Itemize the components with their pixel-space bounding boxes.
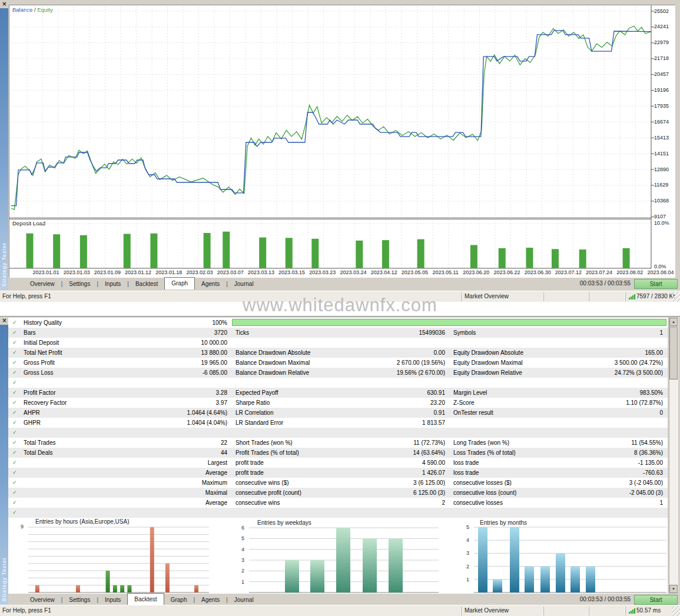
scroll-down-icon[interactable]: ▼ [669, 585, 678, 593]
table-row[interactable]: ✓Recovery Factor3.97Sharpe Ratio23.20Z-S… [8, 398, 668, 408]
row-check-icon: ✓ [12, 458, 21, 468]
stat-value: -6 085.00 [132, 368, 227, 378]
stat-value: 1 426.07 [338, 468, 445, 478]
table-row[interactable]: ✓AHPR1.0464 (4.64%)LR Correlation0.91OnT… [8, 408, 668, 418]
y-axis-tick: 9107 [654, 214, 678, 219]
tester-tabbar-bottom: 00:03:53 / 00:03:55 Start Overview|Setti… [8, 594, 680, 605]
entry-bar [285, 560, 299, 592]
equity-line [11, 26, 651, 209]
tab-inputs[interactable]: Inputs [98, 278, 127, 289]
tab-graph[interactable]: Graph [164, 277, 195, 289]
stat-value: 1 813.57 [338, 418, 445, 428]
tab-settings[interactable]: Settings [62, 594, 97, 605]
stat-value: 24.72% (3 500.00) [556, 368, 663, 378]
table-row[interactable]: ✓GHPR1.0404 (4.04%)LR Standard Error1 81… [8, 418, 668, 428]
tab-backtest[interactable]: Backtest [129, 278, 164, 289]
statusbar-cell [543, 292, 589, 301]
tab-journal[interactable]: Journal [228, 278, 260, 289]
table-row[interactable]: ✓Total Deals44Profit Trades (% of total)… [8, 448, 668, 458]
resize-grip[interactable] [672, 292, 680, 302]
table-row[interactable]: ✓ [8, 378, 668, 388]
scrollbar-thumb[interactable] [669, 327, 678, 379]
entry-bar [363, 538, 377, 592]
table-row[interactable]: ✓ [8, 508, 668, 518]
table-row[interactable]: ✓Total Trades22Short Trades (won %)11 (7… [8, 438, 668, 448]
row-check-icon: ✓ [12, 498, 21, 508]
stat-value: -2 045.00 (3) [556, 488, 663, 498]
table-row[interactable]: ✓ [8, 428, 668, 438]
y-axis-tick: 11629 [654, 182, 678, 188]
stat-value: 3 (6 125.00) [338, 478, 445, 488]
row-check-icon: ✓ [12, 468, 21, 478]
table-row[interactable]: ✓Gross Profit19 965.00Balance Drawdown M… [8, 358, 668, 368]
vertical-scrollbar[interactable]: ▲ ▼ [669, 318, 678, 593]
table-row[interactable]: ✓History Quality100% [8, 318, 668, 328]
stat-value: 44 [132, 448, 227, 458]
stat-value: 23.20 [338, 398, 445, 408]
row-check-icon: ✓ [12, 378, 21, 388]
entry-bar [586, 567, 595, 592]
row-check-icon: ✓ [12, 358, 21, 368]
table-row[interactable]: ✓Averageconsecutive wins2consecutive los… [8, 498, 668, 508]
strategy-tester-side-label: Strategy Tester [1, 557, 7, 601]
entries-by-hours-title: Entries by hours (Asia,Europe,USA) [35, 518, 130, 525]
entries-by-weekdays-title: Entries by weekdays [257, 520, 311, 526]
table-row[interactable]: ✓Largestprofit trade4 590.00loss trade-1… [8, 458, 668, 468]
stat-label: Recovery Factor [24, 398, 130, 408]
market-overview-item[interactable]: Market Overview [465, 293, 509, 299]
tab-journal[interactable]: Journal [228, 594, 260, 605]
close-icon[interactable]: × [1, 317, 8, 324]
stat-label: Bars [24, 328, 130, 338]
resize-grip[interactable] [672, 606, 680, 616]
table-row[interactable]: ✓Total Net Profit13 880.00Balance Drawdo… [8, 348, 668, 358]
entry-bar [510, 527, 519, 592]
start-button[interactable]: Start [634, 279, 678, 289]
table-row[interactable]: ✓Averageprofit trade1 426.07loss trade-7… [8, 468, 668, 478]
stat-value: 630.91 [338, 388, 445, 398]
screen: Strategy Tester × Balance / Equity Depos… [0, 0, 680, 616]
row-check-icon: ✓ [12, 328, 21, 338]
scroll-up-icon[interactable]: ▲ [669, 318, 678, 326]
stat-value: 3720 [132, 328, 227, 338]
stat-value: Average [132, 498, 227, 508]
table-row[interactable]: ✓Maximalconsecutive profit (count)6 125.… [8, 488, 668, 498]
table-row[interactable]: ✓Bars3720Ticks15499036Symbols1 [8, 328, 668, 338]
connection-speed: 7597 / 2830 Kt [636, 293, 675, 299]
tab-agents[interactable]: Agents [195, 594, 226, 605]
stat-value: 10 000.00 [132, 338, 227, 348]
stat-value: 6 125.00 (3) [338, 488, 445, 498]
tab-backtest[interactable]: Backtest [127, 593, 164, 605]
help-text: For Help, press F1 [2, 293, 51, 299]
stat-value: Largest [132, 458, 227, 468]
stat-value: 1 [556, 498, 663, 508]
close-icon[interactable]: × [1, 1, 8, 8]
stat-label: Gross Profit [24, 358, 130, 368]
tab-agents[interactable]: Agents [195, 278, 226, 289]
y-tick: 4 [237, 547, 244, 552]
y-axis-tick: 10368 [654, 198, 678, 204]
deposit-load-bar [26, 234, 34, 268]
elapsed-time: 00:03:53 / 00:03:55 [580, 280, 631, 287]
market-overview-item[interactable]: Market Overview [465, 607, 509, 614]
y-axis-tick: 20457 [654, 72, 678, 77]
y-axis-tick: 15413 [654, 135, 678, 141]
tab-overview[interactable]: Overview [24, 278, 61, 289]
row-check-icon: ✓ [12, 318, 21, 328]
stat-value: 19 965.00 [132, 358, 227, 368]
y-tick: 5 [237, 536, 244, 541]
tab-graph[interactable]: Graph [164, 594, 194, 605]
table-row[interactable]: ✓Maximumconsecutive wins ($)3 (6 125.00)… [8, 478, 668, 488]
statusbar-cell [589, 607, 626, 615]
table-row[interactable]: ✓Gross Loss-6 085.00Balance Drawdown Rel… [8, 368, 668, 378]
table-row[interactable]: ✓Profit Factor3.28Expected Payoff630.91M… [8, 388, 668, 398]
y-tick: 3 [462, 551, 469, 556]
stat-label: AHPR [24, 408, 130, 418]
tab-settings[interactable]: Settings [62, 278, 97, 289]
deposit-load-bar [417, 239, 424, 268]
tab-overview[interactable]: Overview [24, 594, 61, 605]
tab-inputs[interactable]: Inputs [98, 594, 127, 605]
stat-value: Maximum [132, 478, 227, 488]
table-row[interactable]: ✓Initial Deposit10 000.00 [8, 338, 668, 348]
start-button[interactable]: Start [634, 595, 678, 605]
entry-bar [556, 553, 565, 592]
